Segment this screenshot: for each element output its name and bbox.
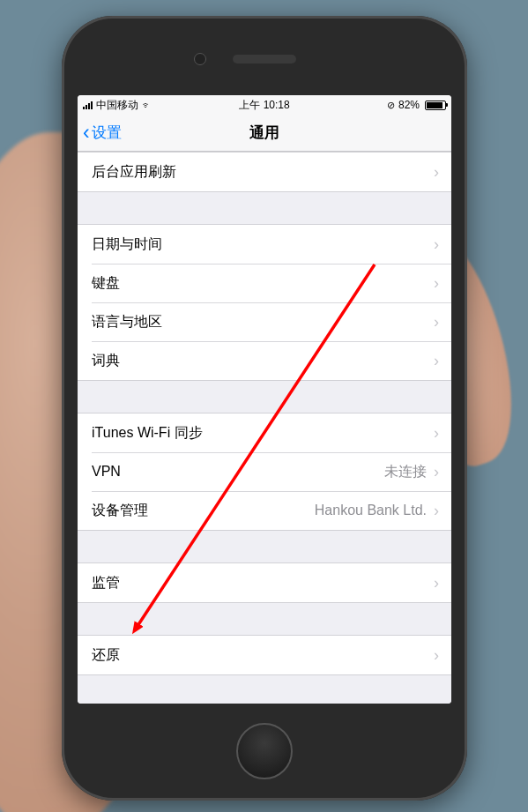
shutdown-link[interactable]: 关机 (78, 697, 451, 704)
cell-label: 语言与地区 (92, 313, 162, 332)
battery-icon (425, 101, 446, 110)
chevron-right-icon: › (434, 424, 439, 443)
phone-body: 中国移动 ᯤ 上午 10:18 ⊘ 82% ‹ 设置 通用 (62, 16, 467, 801)
chevron-right-icon: › (434, 313, 439, 332)
status-bar: 中国移动 ᯤ 上午 10:18 ⊘ 82% (78, 95, 451, 115)
rotation-lock-icon: ⊘ (387, 100, 395, 111)
cell-reset[interactable]: 还原 › (78, 636, 451, 674)
cell-regulatory[interactable]: 监管 › (78, 563, 451, 602)
navigation-bar: ‹ 设置 通用 (78, 115, 451, 152)
chevron-right-icon: › (434, 163, 439, 182)
chevron-right-icon: › (434, 274, 439, 293)
group-refresh: 后台应用刷新 › (78, 152, 451, 192)
chevron-left-icon: ‹ (83, 123, 90, 143)
front-camera (194, 53, 206, 65)
chevron-right-icon: › (434, 646, 439, 665)
group-reset: 还原 › (78, 635, 451, 675)
status-left: 中国移动 ᯤ (83, 98, 152, 113)
settings-list[interactable]: 后台应用刷新 › 日期与时间 › 键盘 › 语言与地区 › (78, 152, 451, 704)
battery-fill (427, 102, 442, 108)
earpiece-speaker (233, 55, 296, 63)
cell-vpn[interactable]: VPN 未连接 › (78, 452, 451, 491)
cell-label: 后台应用刷新 (92, 163, 176, 182)
group-localization: 日期与时间 › 键盘 › 语言与地区 › 词典 › (78, 224, 451, 381)
battery-percent: 82% (398, 99, 420, 111)
status-time: 上午 10:18 (239, 98, 289, 113)
wifi-icon: ᯤ (142, 100, 152, 110)
home-button[interactable] (236, 723, 293, 779)
back-label: 设置 (92, 123, 122, 143)
chevron-right-icon: › (434, 235, 439, 254)
cell-dictionary[interactable]: 词典 › (78, 341, 451, 380)
group-regulatory: 监管 › (78, 562, 451, 603)
cell-label: 监管 (92, 574, 120, 592)
signal-icon (83, 101, 93, 109)
cell-label: 设备管理 (92, 502, 148, 520)
status-right: ⊘ 82% (387, 99, 446, 111)
cell-label: 还原 (92, 646, 120, 665)
cell-label: 日期与时间 (92, 235, 162, 254)
cell-itunes-wifi-sync[interactable]: iTunes Wi-Fi 同步 › (78, 413, 451, 452)
chevron-right-icon: › (434, 574, 439, 592)
chevron-right-icon: › (434, 502, 439, 520)
back-button[interactable]: ‹ 设置 (78, 123, 122, 143)
page-title: 通用 (249, 123, 279, 143)
cell-keyboard[interactable]: 键盘 › (78, 264, 451, 302)
cell-device-management[interactable]: 设备管理 Hankou Bank Ltd. › (78, 491, 451, 530)
cell-date-time[interactable]: 日期与时间 › (78, 225, 451, 264)
cell-value: Hankou Bank Ltd. (315, 503, 427, 518)
cell-label: VPN (92, 464, 121, 480)
chevron-right-icon: › (434, 352, 439, 370)
cell-background-refresh[interactable]: 后台应用刷新 › (78, 153, 451, 191)
cell-label: iTunes Wi-Fi 同步 (92, 424, 203, 443)
cell-label: 词典 (92, 352, 120, 370)
phone-screen: 中国移动 ᯤ 上午 10:18 ⊘ 82% ‹ 设置 通用 (78, 95, 451, 704)
carrier-label: 中国移动 (96, 98, 138, 113)
cell-label: 键盘 (92, 274, 120, 293)
group-connectivity: iTunes Wi-Fi 同步 › VPN 未连接 › 设备管理 Hankou … (78, 413, 451, 531)
cell-value: 未连接 (384, 463, 427, 481)
chevron-right-icon: › (434, 463, 439, 481)
cell-language-region[interactable]: 语言与地区 › (78, 302, 451, 341)
